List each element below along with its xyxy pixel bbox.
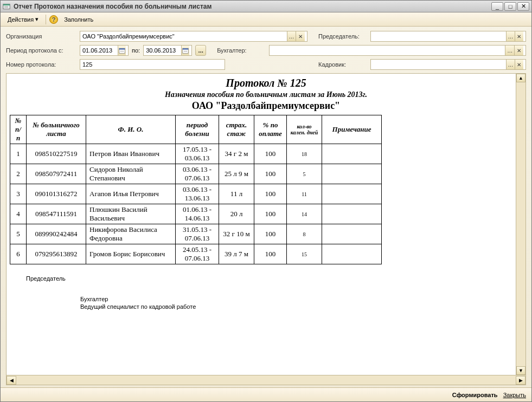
th-pay: % по оплате <box>254 115 287 144</box>
accountant-input[interactable]: … ✕ <box>269 45 526 56</box>
th-num: № больничного листа <box>27 115 86 144</box>
cell-fio: Плюшкин Василий Васильевич <box>86 204 176 224</box>
scroll-down-button[interactable]: ▼ <box>516 366 525 375</box>
help-icon[interactable]: ? <box>49 15 58 24</box>
cell-staj: 32 г 10 м <box>219 224 254 244</box>
org-label: Организация <box>6 33 76 40</box>
cell-days: 14 <box>287 204 322 224</box>
report-title: Протокол № 125 <box>10 77 522 89</box>
horizontal-scrollbar[interactable]: ◀ ▶ <box>7 375 525 385</box>
cell-fio: Громов Борис Борисович <box>86 244 176 264</box>
table-row: 2098507972411Сидоров Николай Степанович0… <box>10 164 382 184</box>
cell-n: 1 <box>10 144 27 164</box>
chairman-select-button[interactable]: … <box>506 31 515 41</box>
cell-note <box>322 184 382 204</box>
th-fio: Ф. И. О. <box>86 115 176 144</box>
cell-staj: 11 л <box>219 184 254 204</box>
accountant-select-button[interactable]: … <box>505 46 514 55</box>
fill-label: Заполнить <box>64 16 93 23</box>
hr-clear-button[interactable]: ✕ <box>515 60 523 69</box>
cell-num: 098507972411 <box>27 164 86 184</box>
hr-value[interactable] <box>373 61 506 68</box>
cell-staj: 25 л 9 м <box>219 164 254 184</box>
report-table: № п/п № больничного листа Ф. И. О. перио… <box>10 115 382 264</box>
chairman-clear-button[interactable]: ✕ <box>515 31 523 41</box>
date-from-cal-button[interactable] <box>118 46 126 55</box>
cell-staj: 39 л 7 м <box>219 244 254 264</box>
report-org: ОАО "Раздолбайпремиумсервис" <box>10 100 522 112</box>
hr-select-button[interactable]: … <box>506 60 515 69</box>
cell-period: 17.05.13 - 03.06.13 <box>176 144 219 164</box>
hr-input[interactable]: … ✕ <box>370 59 526 70</box>
svg-point-7 <box>121 51 123 52</box>
close-button[interactable]: Закрыть <box>503 392 526 398</box>
period-to-label: по: <box>132 47 140 54</box>
table-row: 1098510227519Петров Иван Иванович17.05.1… <box>10 144 382 164</box>
form-area: Организация … ✕ Председатель: … ✕ Период… <box>1 27 531 72</box>
th-note: Примечание <box>322 115 382 144</box>
org-clear-button[interactable]: ✕ <box>296 31 305 41</box>
scroll-right-button[interactable]: ▶ <box>516 376 525 385</box>
close-window-button[interactable]: ✕ <box>517 2 529 11</box>
scroll-left-button[interactable]: ◀ <box>7 376 16 385</box>
cell-period: 01.06.13 - 14.06.13 <box>176 204 219 224</box>
actions-menu[interactable]: Действия ▾ <box>4 14 42 24</box>
accountant-label: Бухгалтер: <box>217 47 266 54</box>
report-body: Протокол № 125 Назначения пособия по бол… <box>7 74 525 375</box>
minimize-button[interactable]: _ <box>491 2 503 11</box>
vscroll-track[interactable] <box>516 82 525 366</box>
date-to-input[interactable] <box>143 45 192 56</box>
date-from-value[interactable] <box>82 47 118 54</box>
vertical-scrollbar[interactable]: ▲ ▼ <box>516 74 525 375</box>
cell-note <box>322 144 382 164</box>
toolbar: Действия ▾ ? Заполнить <box>1 12 531 27</box>
org-value[interactable] <box>82 33 287 40</box>
hr-label: Кадровик: <box>318 61 367 68</box>
cell-period: 03.06.13 - 07.06.13 <box>176 164 219 184</box>
generate-button[interactable]: Сформировать <box>452 392 498 398</box>
window-title: Отчет Протокол назначения пособия по бол… <box>14 3 491 10</box>
date-to-cal-button[interactable] <box>181 46 189 55</box>
cell-n: 6 <box>10 244 27 264</box>
svg-rect-10 <box>183 48 189 49</box>
table-row: 5089990242484Никифорова Василиса Федоров… <box>10 224 382 244</box>
footer-bar: Сформировать Закрыть <box>1 387 531 401</box>
scroll-up-button[interactable]: ▲ <box>516 74 525 82</box>
date-from-input[interactable] <box>80 45 129 56</box>
cell-n: 2 <box>10 164 27 184</box>
chairman-input[interactable]: … ✕ <box>370 31 526 42</box>
date-to-value[interactable] <box>146 47 181 54</box>
maximize-button[interactable]: □ <box>504 2 516 11</box>
calendar-icon <box>119 47 125 54</box>
chairman-label: Председатель: <box>318 33 367 40</box>
org-select-button[interactable]: … <box>287 31 296 41</box>
report-area: Протокол № 125 Назначения пособия по бол… <box>6 73 526 385</box>
svg-rect-1 <box>3 4 10 5</box>
chairman-value[interactable] <box>373 33 506 40</box>
signatures-block: Председатель Бухгалтер Ведущий специалис… <box>26 275 522 310</box>
num-input[interactable] <box>80 59 225 70</box>
cell-pay: 100 <box>254 204 287 224</box>
cell-fio: Никифорова Василиса Федоровна <box>86 224 176 244</box>
org-input[interactable]: … ✕ <box>80 31 307 42</box>
svg-point-6 <box>120 51 121 52</box>
accountant-clear-button[interactable]: ✕ <box>514 46 523 55</box>
actions-label: Действия <box>8 16 34 23</box>
period-selector-button[interactable]: … <box>195 45 206 56</box>
cell-note <box>322 204 382 224</box>
fill-button[interactable]: Заполнить <box>60 15 97 24</box>
cell-period: 03.06.13 - 13.06.13 <box>176 184 219 204</box>
cell-num: 090101316272 <box>27 184 86 204</box>
cell-staj: 20 л <box>219 204 254 224</box>
cell-note <box>322 244 382 264</box>
cell-staj: 34 г 2 м <box>219 144 254 164</box>
svg-point-11 <box>184 51 185 52</box>
svg-point-12 <box>185 51 186 52</box>
titlebar[interactable]: Отчет Протокол назначения пособия по бол… <box>1 1 531 12</box>
num-value[interactable] <box>82 61 222 68</box>
accountant-value[interactable] <box>272 47 505 54</box>
cell-pay: 100 <box>254 244 287 264</box>
cell-num: 098547111591 <box>27 204 86 224</box>
table-row: 6079295613892Громов Борис Борисович24.05… <box>10 244 382 264</box>
cell-num: 079295613892 <box>27 244 86 264</box>
